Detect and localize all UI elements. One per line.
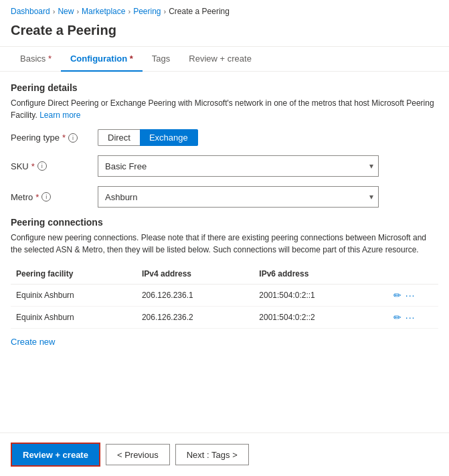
metro-dropdown: Ashburn Dallas Seattle Chicago ▾ [98,186,379,208]
content-area: Peering details Configure Direct Peering… [0,72,449,358]
footer: Review + create < Previous Next : Tags > [0,432,449,476]
breadcrumb-marketplace[interactable]: Marketplace [82,7,125,16]
row1-ipv4[interactable]: 206.126.236.1 [137,285,254,307]
sku-dropdown: Basic Free Premium ▾ [98,155,379,177]
breadcrumb-new[interactable]: New [58,7,74,16]
row2-more-icon[interactable]: ··· [406,312,416,323]
peering-type-label: Peering type * i [11,133,98,143]
previous-button[interactable]: < Previous [106,444,170,465]
tabs-container: Basics * Configuration * Tags Review + c… [0,47,449,72]
next-button[interactable]: Next : Tags > [175,444,249,465]
create-new-link[interactable]: Create new [11,337,55,347]
peering-connections-section: Peering connections Configure new peerin… [11,217,438,347]
table-row: Equinix Ashburn 206.126.236.2 2001:504:0… [11,307,438,329]
row2-actions: ✏ ··· [388,307,438,329]
tab-tags[interactable]: Tags [143,47,179,72]
tab-configuration[interactable]: Configuration * [61,47,143,72]
row1-action-buttons: ✏ ··· [393,290,433,301]
tab-basics[interactable]: Basics * [11,47,61,72]
page-title: Create a Peering [0,20,449,46]
breadcrumb-sep-3: › [128,7,130,15]
row1-more-icon[interactable]: ··· [406,290,416,301]
breadcrumb-peering[interactable]: Peering [133,7,161,16]
col-header-ipv4: IPv4 address [137,264,254,285]
learn-more-link[interactable]: Learn more [39,110,80,120]
row2-edit-icon[interactable]: ✏ [393,312,401,323]
sku-select[interactable]: Basic Free Premium [98,155,379,177]
sku-row: SKU * i Basic Free Premium ▾ [11,155,438,177]
breadcrumb-sep-2: › [76,7,79,15]
breadcrumb: Dashboard › New › Marketplace › Peering … [0,0,449,20]
metro-row: Metro * i Ashburn Dallas Seattle Chicago… [11,186,438,208]
row1-edit-icon[interactable]: ✏ [393,290,401,301]
row2-ipv6[interactable]: 2001:504:0:2::2 [254,307,387,329]
breadcrumb-current: Create a Peering [169,7,230,16]
sku-label: SKU * i [11,161,98,171]
page-wrapper: Dashboard › New › Marketplace › Peering … [0,0,449,476]
table-body: Equinix Ashburn 206.126.236.1 2001:504:0… [11,285,438,329]
sku-required: * [31,161,35,171]
row1-ipv6[interactable]: 2001:504:0:2::1 [254,285,387,307]
metro-info-icon[interactable]: i [41,192,51,202]
table-header: Peering facility IPv4 address IPv6 addre… [11,264,438,285]
breadcrumb-sep-1: › [53,7,56,15]
row2-facility: Equinix Ashburn [11,307,137,329]
table-row: Equinix Ashburn 206.126.236.1 2001:504:0… [11,285,438,307]
peering-connections-desc: Configure new peering connections. Pleas… [11,232,438,256]
col-header-actions [388,264,438,285]
metro-required: * [35,192,39,202]
metro-select[interactable]: Ashburn Dallas Seattle Chicago [98,186,379,208]
metro-label: Metro * i [11,192,98,202]
review-create-button[interactable]: Review + create [11,443,100,467]
peering-type-direct[interactable]: Direct [98,129,140,146]
peering-type-required: * [62,133,66,143]
row2-ipv4[interactable]: 206.126.236.2 [137,307,254,329]
row1-actions: ✏ ··· [388,285,438,307]
tab-review-create[interactable]: Review + create [179,47,261,72]
peering-connections-title: Peering connections [11,217,438,228]
row1-facility: Equinix Ashburn [11,285,137,307]
peering-type-toggle: Direct Exchange [98,129,198,146]
connections-table: Peering facility IPv4 address IPv6 addre… [11,264,438,329]
peering-type-info-icon[interactable]: i [68,133,78,143]
peering-details-title: Peering details [11,82,438,93]
col-header-facility: Peering facility [11,264,137,285]
peering-type-exchange[interactable]: Exchange [140,129,198,146]
row2-action-buttons: ✏ ··· [393,312,433,323]
peering-details-desc: Configure Direct Peering or Exchange Pee… [11,97,438,121]
breadcrumb-sep-4: › [164,7,167,15]
col-header-ipv6: IPv6 address [254,264,387,285]
breadcrumb-dashboard[interactable]: Dashboard [11,7,50,16]
sku-info-icon[interactable]: i [37,161,47,171]
peering-type-row: Peering type * i Direct Exchange [11,129,438,146]
